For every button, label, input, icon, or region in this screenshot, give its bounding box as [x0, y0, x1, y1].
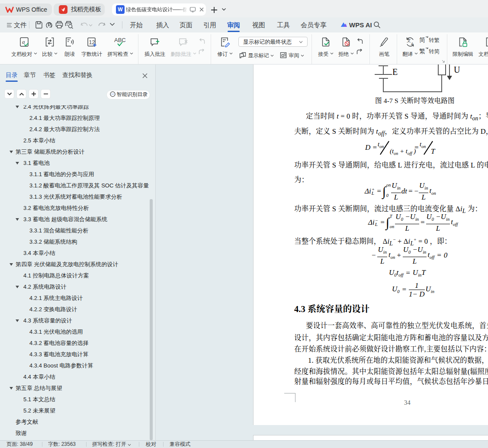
svg-text:ABC: ABC	[114, 37, 126, 43]
svg-text:a: a	[22, 39, 25, 45]
svg-text:文: 文	[407, 38, 411, 43]
svg-text:12: 12	[89, 39, 95, 45]
svg-text:A: A	[411, 42, 414, 46]
